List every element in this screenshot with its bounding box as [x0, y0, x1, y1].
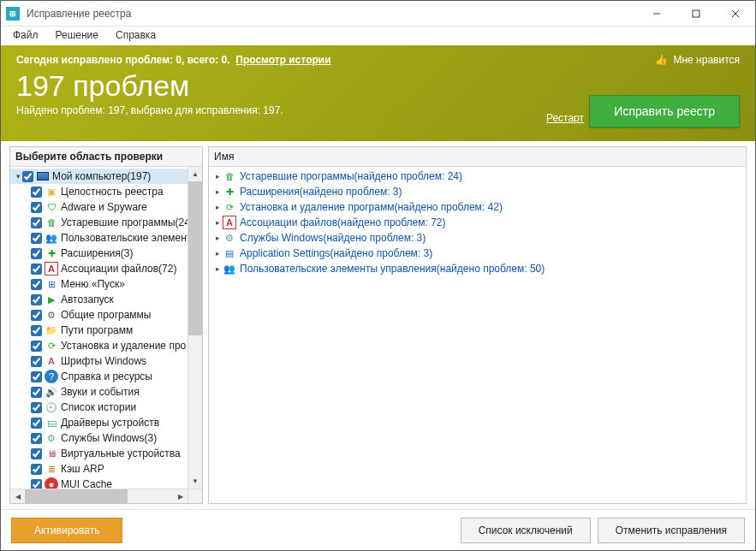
tree-item-checkbox[interactable]: [31, 233, 42, 244]
tree-item[interactable]: AШрифты Windows: [10, 353, 202, 369]
tree-item-checkbox[interactable]: [31, 448, 42, 459]
expand-icon[interactable]: ▸: [212, 218, 223, 227]
hscroll-thumb[interactable]: [25, 489, 128, 503]
tree-item-checkbox[interactable]: [31, 294, 42, 305]
tree-item-checkbox[interactable]: [31, 217, 42, 228]
tree-item[interactable]: 🔊Звуки и события: [10, 384, 202, 400]
close-button[interactable]: [716, 1, 755, 27]
hscroll-track[interactable]: [128, 489, 173, 503]
tree-item-checkbox[interactable]: [31, 202, 42, 213]
tree-root[interactable]: ▾Мой компьютер(197): [10, 169, 202, 184]
result-row[interactable]: ▸⚙Службы Windows(найдено проблем: 3): [212, 230, 742, 246]
tree-item-label: Автозапуск: [61, 293, 114, 305]
tree-item[interactable]: 🖥Виртуальные устройства: [10, 446, 202, 461]
result-row[interactable]: ▸👥Пользовательские элементы управления(н…: [212, 261, 742, 276]
tree-item[interactable]: ≣Кэш ARP: [10, 461, 202, 477]
result-row[interactable]: ▸▤Application Settings(найдено проблем: …: [212, 246, 742, 261]
scroll-up-icon[interactable]: ▲: [188, 167, 202, 181]
scroll-down-icon[interactable]: ▼: [188, 474, 202, 489]
expand-icon[interactable]: ▸: [212, 203, 223, 211]
expand-icon[interactable]: ▸: [212, 249, 223, 258]
trash-icon: 🗑: [45, 216, 58, 229]
tree-item[interactable]: ▣Целостность реестра: [10, 184, 202, 199]
menu-solution[interactable]: Решение: [47, 27, 107, 43]
tree-item[interactable]: AАссоциации файлов(72): [10, 261, 202, 276]
tree-item-checkbox[interactable]: [31, 341, 42, 352]
tree-item-checkbox[interactable]: [31, 402, 42, 413]
tree-item[interactable]: ⚙Службы Windows(3): [10, 430, 202, 446]
results-header: Имя: [209, 147, 746, 167]
tree-item-checkbox[interactable]: [31, 187, 42, 198]
tree-item[interactable]: 🗑Устаревшие программы(24): [10, 215, 202, 230]
menu-help[interactable]: Справка: [107, 27, 164, 43]
results-list[interactable]: ▸🗑Устаревшие программы(найдено проблем: …: [209, 167, 746, 503]
tree-item-checkbox[interactable]: [31, 310, 42, 321]
folder-icon: 📁: [45, 323, 58, 337]
like-button[interactable]: 👍 Мне нравится: [655, 54, 740, 66]
tree-item[interactable]: 👥Пользовательские элементы: [10, 230, 202, 246]
tree-item[interactable]: 📁Пути программ: [10, 323, 202, 338]
tree-item-label: Пути программ: [61, 324, 133, 336]
result-link[interactable]: Установка и удаление программ(найдено пр…: [240, 201, 503, 213]
tree-item-checkbox[interactable]: [31, 325, 42, 336]
tree-item[interactable]: ⚙Общие программы: [10, 307, 202, 323]
tree-item[interactable]: 🕘Список истории: [10, 400, 202, 415]
expand-icon[interactable]: ▸: [212, 234, 223, 242]
collapse-icon[interactable]: ▾: [14, 172, 22, 181]
scroll-track[interactable]: [188, 335, 202, 474]
tree-item-checkbox[interactable]: [31, 387, 42, 398]
cube-icon: ▣: [45, 185, 58, 198]
tree-item[interactable]: ?Справка и ресурсы: [10, 369, 202, 384]
result-link[interactable]: Устаревшие программы(найдено проблем: 24…: [240, 170, 462, 182]
expand-icon[interactable]: ▸: [212, 264, 223, 273]
result-link[interactable]: Application Settings(найдено проблем: 3): [240, 247, 432, 259]
app-icon: ⊞: [6, 7, 20, 21]
inst-icon: ⟳: [223, 200, 236, 214]
scroll-right-icon[interactable]: ▶: [173, 489, 188, 503]
fix-registry-button[interactable]: Исправить реестр: [589, 95, 740, 127]
window-controls: [637, 1, 755, 27]
result-link[interactable]: Ассоциации файлов(найдено проблем: 72): [240, 216, 446, 228]
tree-item[interactable]: ⊞Меню «Пуск»: [10, 276, 202, 292]
tree-item[interactable]: ▶Автозапуск: [10, 292, 202, 307]
tree-item-checkbox[interactable]: [31, 279, 42, 290]
tree-item[interactable]: ✚Расширения(3): [10, 246, 202, 261]
scroll-thumb[interactable]: [188, 181, 202, 335]
tree-item-label: Службы Windows(3): [61, 432, 157, 444]
expand-icon[interactable]: ▸: [212, 172, 223, 181]
tree-item-label: Кэш ARP: [61, 463, 104, 475]
inst-icon: ⟳: [45, 339, 58, 353]
result-row[interactable]: ▸AАссоциации файлов(найдено проблем: 72): [212, 215, 742, 230]
tree-item-checkbox[interactable]: [31, 248, 42, 259]
tree-item-checkbox[interactable]: [31, 356, 42, 367]
result-link[interactable]: Пользовательские элементы управления(най…: [240, 263, 545, 275]
tree-root-checkbox[interactable]: [22, 171, 33, 182]
exclusions-button[interactable]: Список исключений: [461, 518, 591, 543]
activate-button[interactable]: Активировать: [11, 518, 122, 543]
tree-item-label: Adware и Spyware: [61, 201, 147, 213]
result-link[interactable]: Расширения(найдено проблем: 3): [240, 186, 402, 198]
tree-item[interactable]: 🖴Драйверы устройств: [10, 415, 202, 430]
result-row[interactable]: ▸🗑Устаревшие программы(найдено проблем: …: [212, 169, 742, 184]
restart-link[interactable]: Рестарт: [546, 112, 584, 124]
result-row[interactable]: ▸⟳Установка и удаление программ(найдено …: [212, 199, 742, 215]
result-link[interactable]: Службы Windows(найдено проблем: 3): [240, 232, 426, 244]
tree-item-checkbox[interactable]: [31, 433, 42, 444]
scan-areas-tree[interactable]: ▾Мой компьютер(197)▣Целостность реестра🛡…: [10, 167, 202, 503]
horizontal-scrollbar[interactable]: ◀ ▶: [10, 489, 188, 503]
tree-item-checkbox[interactable]: [31, 371, 42, 382]
result-row[interactable]: ▸✚Расширения(найдено проблем: 3): [212, 184, 742, 199]
scroll-left-icon[interactable]: ◀: [10, 489, 25, 503]
cancel-fixes-button[interactable]: Отменить исправления: [598, 518, 745, 543]
vertical-scrollbar[interactable]: ▲ ▼: [188, 167, 202, 489]
tree-item[interactable]: ⟳Установка и удаление про: [10, 338, 202, 353]
history-link[interactable]: Просмотр истории: [235, 54, 330, 66]
expand-icon[interactable]: ▸: [212, 187, 223, 196]
tree-item[interactable]: 🛡Adware и Spyware: [10, 199, 202, 215]
tree-item-checkbox[interactable]: [31, 418, 42, 429]
tree-item-checkbox[interactable]: [31, 464, 42, 475]
maximize-button[interactable]: [676, 1, 716, 27]
menu-file[interactable]: Файл: [4, 27, 47, 43]
minimize-button[interactable]: [637, 1, 676, 27]
tree-item-checkbox[interactable]: [31, 264, 42, 275]
